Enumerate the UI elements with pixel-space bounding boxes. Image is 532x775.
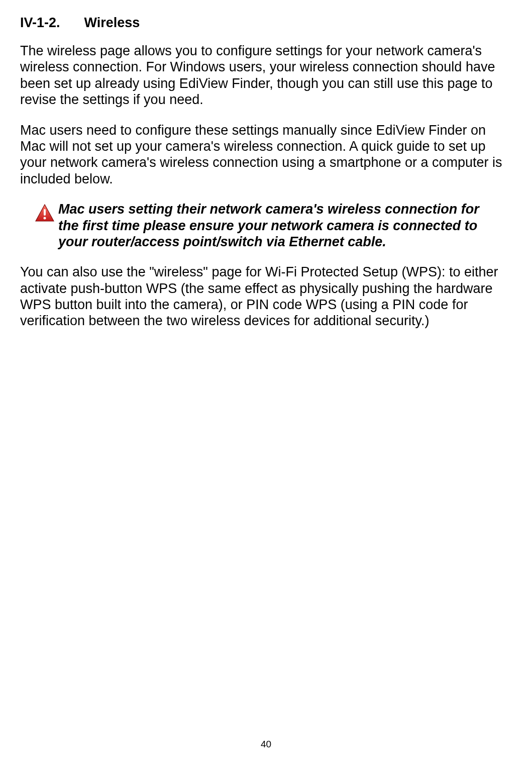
svg-rect-0 [44, 209, 46, 216]
paragraph-1: The wireless page allows you to configur… [20, 43, 512, 108]
heading-number: IV-1-2. [20, 15, 60, 31]
svg-point-1 [44, 217, 46, 220]
heading-title: Wireless [84, 15, 140, 30]
section-heading: IV-1-2.Wireless [20, 15, 512, 31]
paragraph-2: Mac users need to configure these settin… [20, 122, 512, 187]
paragraph-3: You can also use the "wireless" page for… [20, 264, 512, 329]
warning-icon [34, 203, 55, 224]
note-text: Mac users setting their network camera's… [58, 201, 512, 250]
note-block: Mac users setting their network camera's… [20, 201, 512, 250]
page-number: 40 [0, 739, 532, 750]
